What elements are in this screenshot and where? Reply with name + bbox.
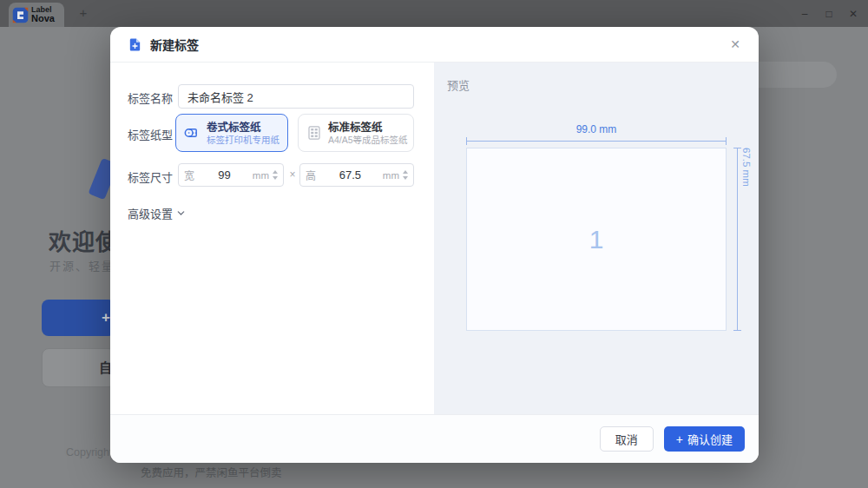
welcome-primary-button: +: [42, 300, 115, 336]
advanced-settings-toggle[interactable]: 高级设置: [128, 205, 186, 221]
sheet-grid-icon: [306, 125, 322, 141]
paper-option-standard[interactable]: 标准标签纸 A4/A5等成品标签纸: [298, 114, 414, 152]
dialog-footer: 取消 + 确认创建: [110, 414, 759, 463]
width-prefix: 宽: [184, 168, 194, 182]
new-label-dialog: 新建标签 ✕ 标签名称 标签纸型 卷式标签纸 标签打印机专用纸: [110, 27, 759, 463]
preview-panel-label: 预览: [447, 76, 470, 93]
title-bar: Label Nova + – □ ✕: [0, 0, 868, 27]
height-dimension-line: [737, 148, 738, 331]
paper-option-title: 标准标签纸: [328, 121, 408, 135]
height-input[interactable]: [318, 168, 383, 181]
stepper-up-icon[interactable]: [403, 170, 408, 174]
new-tab-button[interactable]: +: [75, 4, 92, 22]
welcome-secondary-button: 自: [42, 348, 115, 387]
height-stepper[interactable]: [403, 170, 408, 180]
dialog-header: 新建标签 ✕: [110, 27, 759, 63]
dialog-close-icon[interactable]: ✕: [726, 35, 745, 54]
size-field-label: 标签尺寸: [128, 168, 173, 185]
copyright-line1: Copyright: [66, 446, 113, 458]
height-input-group: 高 mm: [299, 163, 414, 187]
label-name-input[interactable]: [178, 84, 414, 109]
window-close-button[interactable]: ✕: [844, 4, 863, 23]
dialog-title: 新建标签: [150, 36, 199, 53]
width-stepper[interactable]: [273, 170, 278, 180]
preview-height-dimension: 67.5 mm: [741, 148, 752, 331]
roll-paper-icon: [183, 124, 201, 142]
paper-option-title: 卷式标签纸: [207, 121, 279, 135]
width-input[interactable]: [196, 168, 253, 181]
width-input-group: 宽 mm: [178, 163, 284, 187]
advanced-settings-label: 高级设置: [128, 205, 173, 221]
height-unit: mm: [383, 170, 399, 181]
width-unit: mm: [253, 170, 269, 181]
welcome-title: 欢迎使: [49, 224, 119, 256]
name-field-label: 标签名称: [128, 89, 173, 106]
width-dimension-line: [466, 141, 727, 142]
copyright-line2: 免费应用，严禁闲鱼平台倒卖: [141, 464, 282, 480]
preview-panel: 预览 99.0 mm 1 67.5 mm: [434, 63, 759, 414]
dialog-body: 标签名称 标签纸型 卷式标签纸 标签打印机专用纸: [110, 63, 759, 414]
stepper-down-icon[interactable]: [273, 176, 278, 180]
preview-width-dimension: 99.0 mm: [466, 123, 727, 135]
app-name-line2: Nova: [31, 14, 55, 23]
paper-type-label: 标签纸型: [128, 126, 173, 142]
stepper-up-icon[interactable]: [273, 170, 278, 174]
paper-option-roll[interactable]: 卷式标签纸 标签打印机专用纸: [175, 114, 288, 152]
preview-label-number: 1: [589, 225, 604, 254]
label-preview-canvas: 1: [466, 148, 727, 331]
plus-icon: +: [676, 432, 683, 446]
dimension-times-separator: ×: [286, 163, 299, 187]
app-tab-title: Label Nova: [31, 6, 55, 23]
app-logo-icon: [11, 6, 30, 24]
form-column: 标签名称 标签纸型 卷式标签纸 标签打印机专用纸: [110, 63, 434, 414]
paper-option-subtitle: A4/A5等成品标签纸: [328, 135, 408, 146]
maximize-button[interactable]: □: [819, 4, 838, 23]
height-prefix: 高: [306, 168, 316, 182]
file-plus-icon: [128, 37, 142, 52]
paper-option-subtitle: 标签打印机专用纸: [207, 135, 279, 146]
minimize-button[interactable]: –: [795, 4, 814, 23]
confirm-create-label: 确认创建: [687, 431, 733, 447]
confirm-create-button[interactable]: + 确认创建: [664, 426, 745, 452]
stepper-down-icon[interactable]: [403, 176, 408, 180]
app-tab[interactable]: Label Nova: [9, 3, 64, 27]
chevron-down-icon: [176, 208, 186, 218]
window-controls: – □ ✕: [795, 0, 863, 27]
cancel-button[interactable]: 取消: [600, 426, 654, 452]
